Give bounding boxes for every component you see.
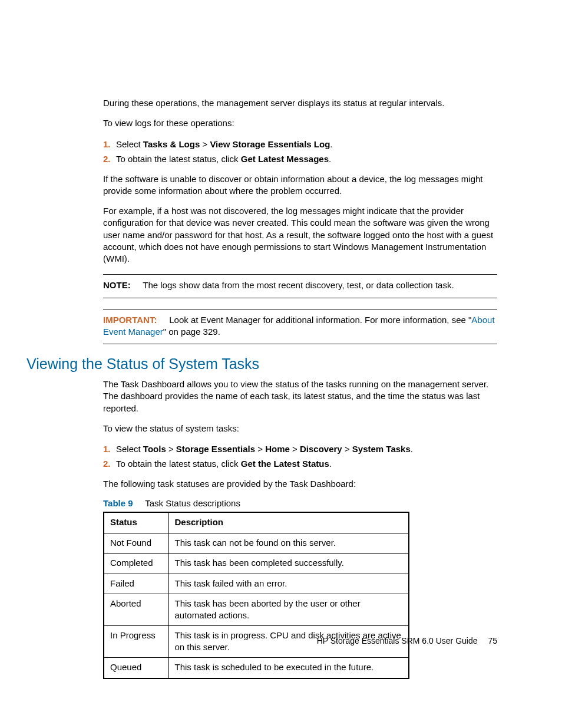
step-2: 2. To obtain the latest status, click Ge… bbox=[103, 153, 497, 165]
view-status-steps: 1. Select Tools > Storage Essentials > H… bbox=[103, 443, 497, 470]
following-paragraph: The following task statuses are provided… bbox=[103, 478, 497, 490]
step-text: To obtain the latest status, click bbox=[116, 154, 241, 164]
separator: > bbox=[255, 444, 265, 454]
table-row: Completed This task has been completed s… bbox=[104, 554, 409, 574]
to-view-paragraph: To view the status of system tasks: bbox=[103, 423, 497, 434]
section-content: The Task Dashboard allows you to view th… bbox=[103, 378, 497, 679]
button-label: Get the Latest Status bbox=[241, 459, 329, 469]
table-caption-text: Task Status descriptions bbox=[145, 498, 240, 508]
footer-title: HP Storage Essentials SRM 6.0 User Guide bbox=[317, 636, 478, 645]
step-text: Select bbox=[116, 139, 143, 149]
content-block: During these operations, the management … bbox=[103, 97, 497, 344]
menu-item: Storage Essentials bbox=[176, 444, 255, 454]
section-heading: Viewing the Status of System Tasks bbox=[27, 355, 497, 373]
page-number: 75 bbox=[488, 636, 497, 645]
table-caption: Table 9 Task Status descriptions bbox=[103, 498, 497, 508]
example-paragraph: For example, if a host was not discovere… bbox=[103, 205, 497, 265]
document-page: During these operations, the management … bbox=[0, 0, 562, 728]
step-1: 1. Select Tools > Storage Essentials > H… bbox=[103, 443, 497, 455]
step-2: 2. To obtain the latest status, click Ge… bbox=[103, 457, 497, 470]
status-cell: Queued bbox=[104, 658, 168, 678]
step-number: 1. bbox=[103, 138, 111, 150]
menu-item: Tasks & Logs bbox=[143, 139, 200, 149]
step-text: To obtain the latest status, click bbox=[116, 459, 241, 469]
desc-cell: This task has been aborted by the user o… bbox=[168, 594, 409, 626]
menu-item: System Tasks bbox=[352, 444, 411, 454]
separator: > bbox=[200, 139, 210, 149]
button-label: Get Latest Messages bbox=[241, 154, 329, 164]
intro-paragraph-1: During these operations, the management … bbox=[103, 97, 497, 109]
view-logs-steps: 1. Select Tasks & Logs > View Storage Es… bbox=[103, 138, 497, 165]
menu-item: Discovery bbox=[300, 444, 342, 454]
separator: > bbox=[166, 444, 176, 454]
step-text: Select bbox=[116, 444, 143, 454]
suffix: . bbox=[411, 444, 413, 454]
status-cell: Completed bbox=[104, 554, 168, 574]
desc-cell: This task can not be found on this serve… bbox=[168, 533, 409, 554]
task-status-table: Status Description Not Found This task c… bbox=[103, 512, 409, 679]
note-callout: NOTE: The logs show data from the most r… bbox=[103, 274, 497, 298]
menu-item: Tools bbox=[143, 444, 166, 454]
unable-paragraph: If the software is unable to discover or… bbox=[103, 173, 497, 197]
separator: > bbox=[290, 444, 300, 454]
status-cell: Aborted bbox=[104, 594, 168, 626]
step-number: 2. bbox=[103, 457, 111, 470]
desc-cell: This task is scheduled to be executed in… bbox=[168, 658, 409, 678]
suffix: . bbox=[329, 459, 332, 469]
header-description: Description bbox=[168, 512, 409, 533]
table-label: Table 9 bbox=[103, 498, 133, 508]
intro-paragraph-2: To view logs for these operations: bbox=[103, 117, 497, 129]
separator: > bbox=[342, 444, 352, 454]
header-status: Status bbox=[104, 512, 168, 533]
desc-cell: This task failed with an error. bbox=[168, 574, 409, 594]
important-text-before: Look at Event Manager for additional inf… bbox=[169, 315, 471, 325]
note-label: NOTE: bbox=[103, 280, 131, 290]
table-row: Not Found This task can not be found on … bbox=[104, 533, 409, 554]
table-row: Aborted This task has been aborted by th… bbox=[104, 594, 409, 626]
step-number: 2. bbox=[103, 153, 111, 165]
page-footer: HP Storage Essentials SRM 6.0 User Guide… bbox=[317, 636, 497, 645]
step-1: 1. Select Tasks & Logs > View Storage Es… bbox=[103, 138, 497, 150]
status-cell: Not Found bbox=[104, 533, 168, 554]
table-header-row: Status Description bbox=[104, 512, 409, 533]
important-text-after: " on page 329. bbox=[163, 327, 220, 337]
menu-item: View Storage Essentials Log bbox=[210, 139, 330, 149]
status-cell: Failed bbox=[104, 574, 168, 594]
suffix: . bbox=[330, 139, 332, 149]
suffix: . bbox=[329, 154, 331, 164]
dashboard-paragraph: The Task Dashboard allows you to view th… bbox=[103, 378, 497, 414]
menu-item: Home bbox=[265, 444, 290, 454]
table-row: Failed This task failed with an error. bbox=[104, 574, 409, 594]
desc-cell: This task has been completed successfull… bbox=[168, 554, 409, 574]
step-number: 1. bbox=[103, 443, 111, 455]
important-label: IMPORTANT: bbox=[103, 315, 157, 325]
important-callout: IMPORTANT: Look at Event Manager for add… bbox=[103, 309, 497, 345]
status-cell: In Progress bbox=[104, 626, 168, 658]
note-text: The logs show data from the most recent … bbox=[143, 280, 454, 290]
table-row: Queued This task is scheduled to be exec… bbox=[104, 658, 409, 678]
